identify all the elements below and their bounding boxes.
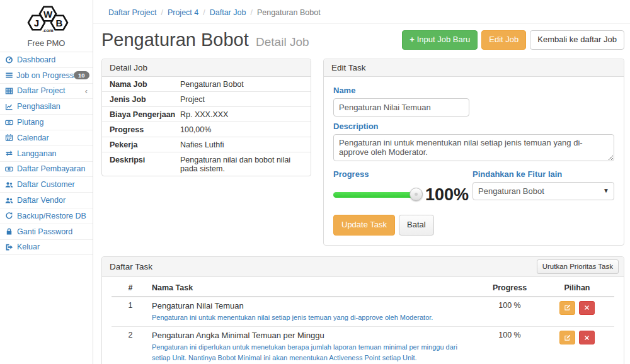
task-name: Pengaturan Angka Minimal Temuan per Ming… (152, 331, 477, 340)
logo[interactable]: W J B .com Free PMO (0, 0, 93, 52)
main-area: Daftar Project/Project 4/Daftar Job/Peng… (93, 0, 630, 364)
sidebar-item-job-on-progress[interactable]: Job on Progress 10 (0, 68, 93, 84)
sidebar-item-penghasilan[interactable]: Penghasilan (0, 99, 93, 115)
name-label: Name (333, 86, 614, 95)
sidebar-item-backup-restore-db[interactable]: Backup/Restore DB (0, 208, 93, 224)
input-job-baru-button[interactable]: +Input Job Baru (402, 30, 478, 50)
users-icon (5, 181, 14, 189)
breadcrumb-link[interactable]: Daftar Job (210, 8, 246, 17)
detail-row: Nama JobPengaturan Bobot (102, 77, 311, 92)
sidebar-item-calendar[interactable]: Calendar (0, 130, 93, 146)
edit-task-button[interactable] (559, 301, 575, 315)
column-header-pilihan: Pilihan (540, 280, 614, 297)
progress-slider-handle[interactable] (410, 188, 423, 201)
breadcrumb-link[interactable]: Daftar Project (108, 8, 156, 17)
move-task-select[interactable]: Pengaturan Bobot ▼ (472, 182, 614, 200)
edit-task-panel-title: Edit Task (324, 59, 624, 77)
description-textarea[interactable]: Pengaturan ini untuk menentukan nilai se… (333, 134, 614, 161)
page-subtitle: Detail Job (256, 35, 309, 48)
kembali-ke-daftar-job-button[interactable]: Kembali ke daftar Job (530, 30, 624, 50)
detail-label: Progress (110, 125, 180, 134)
sidebar-item-langganan[interactable]: Langganan (0, 146, 93, 162)
detail-label: Jenis Job (110, 95, 180, 104)
page-title: Pengaturan Bobot (101, 30, 249, 50)
progress-slider[interactable] (333, 192, 416, 198)
refresh-icon (5, 212, 14, 220)
detail-row: Biaya PengerjaanRp. XXX.XXX (102, 107, 311, 122)
content: Pengaturan Bobot Detail Job +Input Job B… (93, 24, 630, 364)
caret-down-icon: ▼ (603, 187, 609, 194)
sidebar-nav: Dashboard Job on Progress 10 Daftar Proj… (0, 52, 93, 255)
retweet-icon (5, 149, 14, 157)
progress-value: 100% (425, 185, 469, 205)
lock-icon (5, 227, 14, 236)
daftar-task-panel: Daftar Task Urutkan Prioritas Task # Nam… (101, 256, 624, 364)
move-task-label: Pindahkan ke Fitur lain (472, 169, 614, 179)
users-icon (5, 196, 14, 205)
svg-text:J: J (33, 18, 38, 28)
task-name-input[interactable] (333, 98, 469, 117)
breadcrumb-separator: / (250, 8, 252, 17)
svg-text:W: W (43, 9, 52, 20)
task-description: Pengaturan ini diperlukan untuk menetuka… (152, 342, 477, 363)
app-root: W J B .com Free PMO Dashboard Job on Pro… (0, 0, 630, 364)
line-chart-icon (5, 103, 14, 111)
breadcrumb-link[interactable]: Project 4 (168, 8, 198, 17)
breadcrumb-separator: / (203, 8, 205, 17)
sign-out-icon (5, 243, 14, 251)
breadcrumb: Daftar Project/Project 4/Daftar Job/Peng… (93, 0, 630, 24)
detail-value: Pengaturan nilai dan bobot nilai pada si… (180, 156, 303, 173)
progress-slider-fill (333, 192, 416, 198)
breadcrumb-current: Pengaturan Bobot (257, 8, 321, 17)
detail-job-panel: Detail Job Nama JobPengaturan BobotJenis… (101, 59, 311, 176)
column-header-progress: Progress (479, 280, 540, 297)
sidebar-item-daftar-pembayaran[interactable]: Daftar Pembayaran (0, 162, 93, 178)
column-header-nama-task: Nama Task (149, 280, 479, 297)
detail-row: Jenis JobProject (102, 92, 311, 107)
delete-task-button[interactable] (579, 301, 595, 315)
dashboard-icon (5, 55, 14, 64)
sidebar-item-daftar-vendor[interactable]: Daftar Vendor (0, 193, 93, 208)
money-icon (5, 165, 14, 173)
column-header-no: # (112, 280, 149, 297)
detail-label: Biaya Pengerjaan (110, 110, 180, 119)
task-progress: 100 % (479, 327, 540, 364)
delete-task-button[interactable] (579, 331, 595, 344)
update-task-button[interactable]: Update Task (333, 215, 395, 236)
detail-label: Nama Job (110, 80, 180, 89)
edit-task-panel: Edit Task Name Description Pengaturan in… (323, 59, 624, 246)
sidebar: W J B .com Free PMO Dashboard Job on Pro… (0, 0, 93, 364)
detail-value: Nafies Luthfi (180, 140, 303, 149)
sidebar-item-ganti-password[interactable]: Ganti Password (0, 224, 93, 240)
detail-value: Project (180, 95, 303, 104)
batal-button[interactable]: Batal (399, 215, 434, 236)
detail-row: PekerjaNafies Luthfi (102, 137, 311, 152)
task-row: 2 Pengaturan Angka Minimal Temuan per Mi… (112, 327, 614, 364)
sidebar-item-keluar[interactable]: Keluar (0, 240, 93, 256)
svg-text:.com: .com (42, 28, 54, 33)
detail-job-panel-title: Detail Job (102, 59, 311, 77)
breadcrumb-separator: / (161, 8, 163, 17)
edit-task-button[interactable] (559, 331, 575, 344)
sidebar-item-dashboard[interactable]: Dashboard (0, 52, 93, 68)
detail-value: 100,00% (180, 125, 303, 134)
detail-label: Pekerja (110, 140, 180, 149)
detail-value: Rp. XXX.XXX (180, 110, 303, 119)
task-table: # Nama Task Progress Pilihan 1 Pengatura… (112, 280, 614, 364)
task-description: Pengaturan ini untuk menentukan nilai se… (152, 312, 477, 323)
urutkan-prioritas-task-top-button[interactable]: Urutkan Prioritas Task (537, 259, 619, 274)
chevron-left-icon: ‹ (85, 87, 88, 95)
task-row: 1 Pengaturan Nilai Temuan Pengaturan ini… (112, 297, 614, 327)
detail-label: Deskripsi (110, 156, 180, 173)
sidebar-item-piutang[interactable]: Piutang (0, 115, 93, 130)
detail-row: DeskripsiPengaturan nilai dan bobot nila… (102, 152, 311, 176)
sidebar-item-daftar-project[interactable]: Daftar Project ‹ (0, 84, 93, 100)
calendar-icon (5, 134, 14, 142)
detail-job-table: Nama JobPengaturan BobotJenis JobProject… (102, 77, 311, 176)
detail-value: Pengaturan Bobot (180, 80, 303, 89)
daftar-task-panel-title: Daftar Task (110, 262, 152, 271)
jwb-logo-icon: W J B .com (18, 4, 76, 35)
sidebar-item-daftar-customer[interactable]: Daftar Customer (0, 177, 93, 193)
task-name: Pengaturan Nilai Temuan (152, 301, 477, 310)
edit-job-button[interactable]: Edit Job (481, 30, 526, 50)
